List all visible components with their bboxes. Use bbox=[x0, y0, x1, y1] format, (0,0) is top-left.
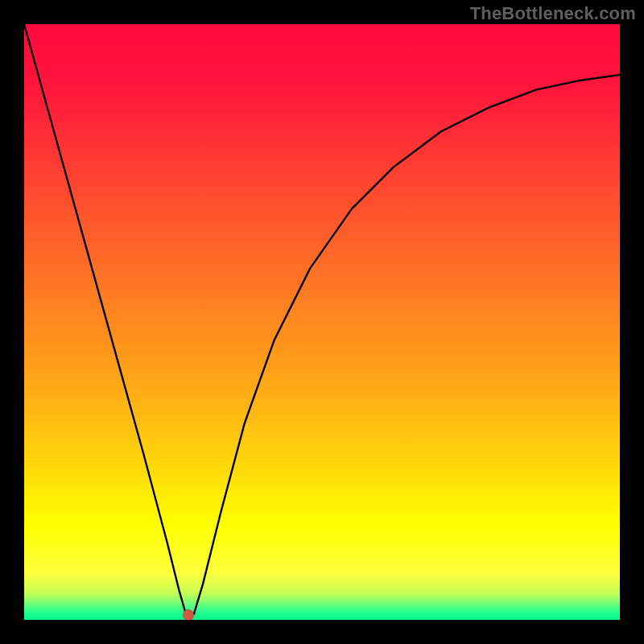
minimum-marker-dot bbox=[183, 609, 194, 620]
curve-path bbox=[24, 24, 620, 620]
watermark-label: TheBottleneck.com bbox=[470, 3, 636, 24]
bottleneck-curve bbox=[24, 24, 620, 620]
plot-area bbox=[24, 24, 620, 620]
chart-frame: TheBottleneck.com bbox=[0, 0, 644, 644]
